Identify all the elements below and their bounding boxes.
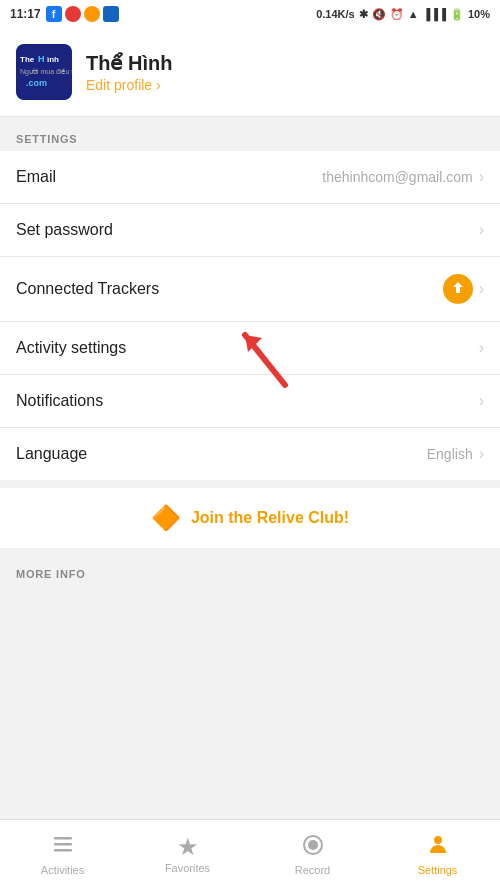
svg-point-12 (308, 840, 318, 850)
bottom-nav: Activities ★ Favorites Record Settings (0, 819, 500, 889)
profile-name: Thể Hình (86, 51, 172, 75)
join-club-text: Join the Relive Club! (191, 509, 349, 527)
activity-chevron: › (479, 339, 484, 357)
settings-item-password[interactable]: Set password › (0, 204, 500, 257)
status-bar-left: 11:17 f (10, 6, 119, 22)
settings-section-label: SETTINGS (0, 117, 500, 151)
signal-icon: ▐▐▐ (423, 8, 446, 20)
favorites-icon: ★ (177, 835, 199, 859)
settings-item-language[interactable]: Language English › (0, 428, 500, 480)
trackers-label: Connected Trackers (16, 280, 159, 298)
profile-header: The H ình Người mua điều tốt .com Thể Hì… (0, 28, 500, 117)
email-chevron: › (479, 168, 484, 186)
nav-item-favorites[interactable]: ★ Favorites (125, 820, 250, 889)
battery-level: 10% (468, 8, 490, 20)
language-right: English › (427, 445, 484, 463)
trackers-right: › (443, 274, 484, 304)
svg-rect-8 (54, 837, 72, 840)
settings-item-notifications[interactable]: Notifications › (0, 375, 500, 428)
password-label: Set password (16, 221, 113, 239)
svg-text:Người mua điều tốt: Người mua điều tốt (20, 68, 72, 76)
nav-item-activities[interactable]: Activities (0, 820, 125, 889)
notifications-chevron: › (479, 392, 484, 410)
tracker-logo-svg (449, 280, 467, 298)
email-right: thehinhcom@gmail.com › (322, 168, 484, 186)
status-bar: 11:17 f 0.14K/s ✱ 🔇 ⏰ ▲ ▐▐▐ 🔋 10% (0, 0, 500, 28)
svg-text:ình: ình (46, 55, 59, 64)
battery-icon: 🔋 (450, 8, 464, 21)
settings-item-email[interactable]: Email thehinhcom@gmail.com › (0, 151, 500, 204)
edit-profile-link[interactable]: Edit profile › (86, 77, 172, 93)
language-label: Language (16, 445, 87, 463)
alarm-icon: ⏰ (390, 8, 404, 21)
club-gem-icon: 🔶 (151, 504, 181, 532)
wifi-icon: ▲ (408, 8, 419, 20)
password-right: › (479, 221, 484, 239)
logo-svg: The H ình Người mua điều tốt .com (16, 44, 72, 100)
language-chevron: › (479, 445, 484, 463)
activities-icon (51, 833, 75, 861)
svg-text:.com: .com (26, 78, 47, 88)
record-icon (301, 833, 325, 861)
svg-rect-9 (54, 843, 72, 846)
record-label: Record (295, 864, 330, 876)
tracker-app-icon (443, 274, 473, 304)
app-icon-2 (84, 6, 100, 22)
activities-label: Activities (41, 864, 84, 876)
nav-item-record[interactable]: Record (250, 820, 375, 889)
app-icon-3 (103, 6, 119, 22)
favorites-label: Favorites (165, 862, 210, 874)
settings-item-activity[interactable]: Activity settings › (0, 322, 500, 375)
svg-text:H: H (38, 54, 45, 64)
svg-point-13 (434, 836, 442, 844)
profile-info: Thể Hình Edit profile › (86, 51, 172, 93)
join-club-banner[interactable]: 🔶 Join the Relive Club! (0, 488, 500, 548)
email-value: thehinhcom@gmail.com (322, 169, 472, 185)
notifications-label: Notifications (16, 392, 103, 410)
language-value: English (427, 446, 473, 462)
facebook-icon: f (46, 6, 62, 22)
trackers-chevron: › (479, 280, 484, 298)
status-bar-right: 0.14K/s ✱ 🔇 ⏰ ▲ ▐▐▐ 🔋 10% (316, 8, 490, 21)
password-chevron: › (479, 221, 484, 239)
activity-label: Activity settings (16, 339, 126, 357)
app-icon-1 (65, 6, 81, 22)
bluetooth-icon: ✱ (359, 8, 368, 21)
svg-text:The: The (20, 55, 35, 64)
settings-item-trackers[interactable]: Connected Trackers › (0, 257, 500, 322)
time-display: 11:17 (10, 7, 41, 21)
activity-right: › (479, 339, 484, 357)
notifications-right: › (479, 392, 484, 410)
network-speed: 0.14K/s (316, 8, 355, 20)
settings-label: Settings (418, 864, 458, 876)
profile-logo: The H ình Người mua điều tốt .com (16, 44, 72, 100)
more-info-section-label: MORE INFO (0, 552, 500, 586)
settings-person-icon (426, 833, 450, 861)
nav-item-settings[interactable]: Settings (375, 820, 500, 889)
status-icons: f (46, 6, 119, 22)
svg-rect-10 (54, 849, 72, 852)
settings-list: Email thehinhcom@gmail.com › Set passwor… (0, 151, 500, 480)
mute-icon: 🔇 (372, 8, 386, 21)
email-label: Email (16, 168, 56, 186)
